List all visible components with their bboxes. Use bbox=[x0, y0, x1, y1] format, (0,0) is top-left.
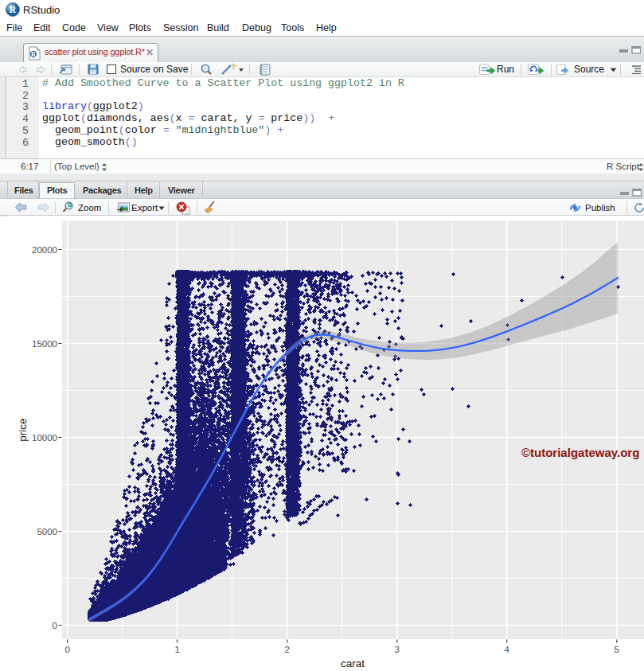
svg-text:2: 2 bbox=[284, 645, 289, 654]
svg-text:5: 5 bbox=[615, 645, 619, 654]
svg-text:3: 3 bbox=[394, 645, 399, 654]
svg-text:carat: carat bbox=[341, 657, 365, 669]
svg-text:R: R bbox=[31, 51, 36, 58]
svg-text:4: 4 bbox=[504, 645, 509, 654]
svg-text:20000: 20000 bbox=[32, 245, 57, 255]
svg-text:5000: 5000 bbox=[37, 527, 57, 536]
svg-text:15000: 15000 bbox=[32, 339, 57, 349]
svg-text:0: 0 bbox=[53, 621, 57, 630]
svg-text:10000: 10000 bbox=[32, 433, 57, 443]
svg-text:0: 0 bbox=[64, 645, 69, 654]
svg-text:1: 1 bbox=[174, 645, 179, 654]
svg-text:R: R bbox=[10, 5, 17, 14]
svg-text:©tutorialgateway.org: ©tutorialgateway.org bbox=[521, 446, 639, 459]
svg-text:price: price bbox=[17, 418, 29, 441]
